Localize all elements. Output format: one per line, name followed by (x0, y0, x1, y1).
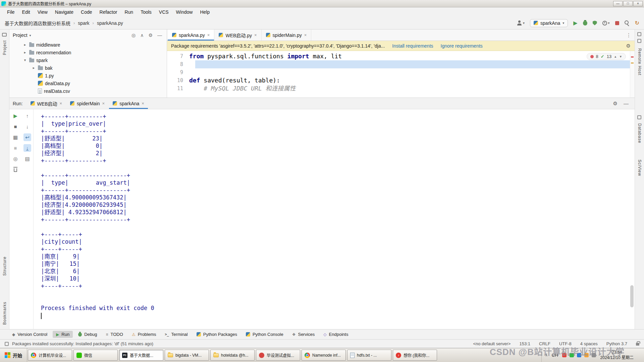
tree-item-spark[interactable]: ▾ spark (9, 56, 167, 64)
tree-item-middleware[interactable]: ▸ middleware (9, 41, 167, 49)
tree-item-1py[interactable]: 1.py (9, 72, 167, 79)
breadcrumb-file[interactable]: sparkAna.py (97, 20, 123, 26)
line-number[interactable]: 11 (167, 84, 189, 93)
tray-icon[interactable] (577, 353, 581, 357)
taskbar-item-namenode[interactable]: Namenode inf... (302, 350, 346, 361)
taskbar-item-explorer-hoteldata[interactable]: hoteldata @h... (210, 350, 255, 361)
run-tab-sparkana[interactable]: sparkAna × (109, 98, 148, 109)
taskbar-item-pycharm[interactable]: 基于大数据... (119, 350, 163, 361)
taskbar-item-chrome[interactable]: 计算机毕业设... (28, 350, 72, 361)
chevron-down-icon[interactable]: ▾ (30, 34, 31, 37)
up-stack-trace-button[interactable]: ↑ (23, 112, 31, 120)
toolwindow-services[interactable]: ❖ Services (289, 331, 318, 338)
gear-icon[interactable]: ⚙ (610, 101, 620, 107)
coverage-button[interactable] (593, 21, 597, 25)
toolwindow-debug[interactable]: Debug (75, 331, 100, 338)
toolwindow-switcher-icon[interactable] (5, 342, 9, 346)
taskbar-item-wechat[interactable]: 微信 (73, 350, 118, 361)
print-button[interactable]: ▤ (23, 155, 31, 163)
taskbar-item-notepad[interactable]: hdfs.txt - ... (347, 350, 391, 361)
status-line-ending[interactable]: CRLF (539, 341, 550, 346)
status-indent[interactable]: 4 spaces (580, 341, 598, 346)
readonly-lock-icon[interactable] (636, 343, 639, 346)
close-button[interactable]: × (633, 1, 643, 6)
start-button[interactable]: 开始 (0, 348, 27, 362)
taskbar-clock[interactable]: 23:54 2024/12/10 星期二 (599, 350, 635, 360)
line-number[interactable]: 10 (167, 76, 189, 84)
close-icon[interactable]: × (254, 33, 257, 38)
run-config-selector[interactable]: sparkAna ▾ (530, 19, 568, 27)
database-icon[interactable] (637, 115, 641, 119)
chevron-right-icon[interactable]: ▸ (23, 50, 27, 55)
close-icon[interactable]: × (142, 101, 144, 106)
menu-view[interactable]: View (34, 7, 51, 17)
status-default-server[interactable]: <no default server> (473, 341, 511, 346)
collapse-all-icon[interactable]: ∧ (139, 33, 145, 38)
tree-item-dealdata[interactable]: dealData.py (9, 79, 167, 87)
sidebar-item-project[interactable]: Project (2, 40, 7, 55)
error-stripe-mark[interactable] (631, 56, 634, 58)
input-language-indicator[interactable]: CH (551, 353, 559, 358)
taskbar-item-music[interactable]: 想你 (我和你... (393, 350, 437, 361)
clear-all-button[interactable] (12, 166, 19, 173)
toolwindow-python-packages[interactable]: Python Packages (193, 331, 240, 338)
rerun-button[interactable]: ▶ (12, 112, 19, 120)
inspections-widget[interactable]: 8 ✓ 13 ▲ ▼ (587, 53, 626, 60)
console-output[interactable]: +------+----------+ | type|price_over| +… (34, 109, 635, 329)
line-number[interactable]: 9 (167, 68, 189, 76)
warning-stripe-mark[interactable] (631, 62, 634, 64)
menu-run[interactable]: Run (121, 7, 137, 17)
sync-button[interactable]: ↻ (635, 20, 639, 26)
status-caret-position[interactable]: 153:1 (519, 341, 530, 346)
down-stack-trace-button[interactable]: ↓ (23, 123, 31, 130)
menu-refactor[interactable]: Refactor (96, 7, 121, 17)
user-menu-button[interactable]: ▾ (517, 20, 525, 25)
menu-code[interactable]: Code (77, 7, 96, 17)
project-toolwindow-icon[interactable] (2, 33, 7, 37)
chevron-right-icon[interactable]: ▸ (23, 43, 27, 47)
run-tab-spidermain[interactable]: spiderMain × (66, 98, 108, 109)
stop-process-button[interactable]: ■ (12, 123, 19, 130)
bell-icon[interactable] (637, 39, 641, 43)
minimize-button[interactable]: — (613, 1, 623, 6)
debug-button[interactable] (583, 21, 587, 25)
menu-vcs[interactable]: VCS (155, 7, 172, 17)
console-scrollbar-thumb[interactable] (630, 285, 634, 307)
tree-item-realdata[interactable]: realData.csv (9, 87, 167, 95)
toolwindow-problems[interactable]: ⚠ Problems (128, 331, 160, 338)
history-button[interactable]: ≡ (12, 144, 19, 152)
locate-file-icon[interactable]: ◎ (130, 33, 137, 38)
prev-problem-icon[interactable]: ▲ (614, 55, 617, 58)
toolwindow-version-control[interactable]: ◆ Version Control (9, 331, 51, 338)
hidden-icons-chevron-icon[interactable]: ∧ (545, 353, 547, 357)
close-icon[interactable]: × (102, 101, 105, 106)
search-everywhere-button[interactable] (625, 20, 630, 25)
tray-icon[interactable] (592, 353, 596, 357)
toolwindow-terminal[interactable]: >_ Terminal (162, 331, 191, 338)
close-icon[interactable]: × (304, 33, 307, 38)
menu-help[interactable]: Help (196, 7, 213, 17)
tray-icon[interactable] (584, 353, 589, 357)
taskbar-item-explorer-bigdata[interactable]: bigdata - VM... (165, 350, 209, 361)
tab-spidermain[interactable]: spiderMain.py × (262, 29, 312, 41)
toolwindow-endpoints[interactable]: ◇ Endpoints (320, 331, 352, 338)
line-number[interactable]: 8 (167, 60, 189, 68)
banner-settings-icon[interactable]: ⚙ (626, 43, 631, 49)
line-number[interactable]: 7 (167, 52, 189, 60)
maximize-button[interactable]: □ (623, 1, 633, 6)
close-icon[interactable]: × (207, 33, 210, 38)
close-icon[interactable]: × (59, 101, 62, 106)
sidebar-item-sciview[interactable]: SciView (637, 160, 642, 176)
gear-icon[interactable]: ⚙ (147, 33, 154, 38)
toolwindow-python-console[interactable]: Python Console (243, 331, 287, 338)
hide-panel-icon[interactable]: — (156, 33, 163, 38)
stop-button[interactable] (615, 21, 619, 25)
tab-options-icon[interactable]: ⋮ (623, 32, 635, 38)
restore-layout-button[interactable]: ▦ (12, 133, 19, 141)
code-editor[interactable]: 7 from pyspark.sql.functions import max,… (167, 51, 635, 98)
tree-item-recommendation[interactable]: ▸ recommendation (9, 49, 167, 56)
sidebar-item-remote-host[interactable]: Remote Host (637, 48, 642, 75)
sidebar-item-database[interactable]: Database (637, 123, 642, 143)
taskbar-item-browser[interactable]: 毕设测试虚拟... (256, 350, 300, 361)
status-encoding[interactable]: UTF-8 (559, 341, 572, 346)
